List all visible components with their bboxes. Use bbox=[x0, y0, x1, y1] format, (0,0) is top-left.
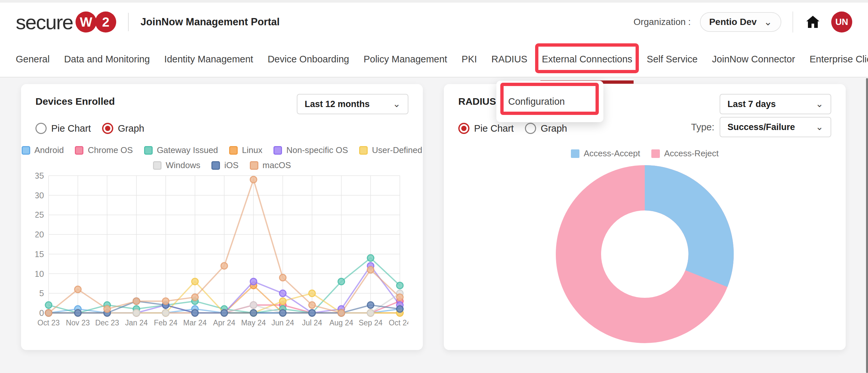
radius-type-select[interactable]: Success/Failure ⌄ bbox=[720, 117, 831, 137]
logo-circle-2: 2 bbox=[95, 11, 116, 32]
nav-item-device-onboarding[interactable]: Device Onboarding bbox=[268, 54, 349, 65]
line-chart-legend-row2: WindowsiOSmacOS bbox=[21, 160, 423, 170]
organization-value: Pentio Dev bbox=[709, 17, 757, 27]
svg-text:Apr 24: Apr 24 bbox=[213, 318, 236, 327]
pie-chart-radio[interactable] bbox=[458, 123, 469, 134]
graph-radio[interactable] bbox=[525, 123, 536, 134]
pie-chart-radio-label: Pie Chart bbox=[51, 123, 91, 134]
devices-enrolled-card: Devices Enrolled Last 12 months ⌄ Pie Ch… bbox=[21, 84, 423, 350]
svg-text:May 24: May 24 bbox=[241, 318, 266, 327]
chevron-down-icon: ⌄ bbox=[816, 124, 823, 130]
legend-label: iOS bbox=[224, 160, 238, 170]
legend-swatch bbox=[75, 146, 83, 155]
legend-label: Non-specific OS bbox=[286, 145, 348, 155]
avatar[interactable]: UN bbox=[831, 11, 852, 32]
type-label: Type: bbox=[691, 122, 714, 133]
donut-chart-area bbox=[444, 162, 846, 346]
svg-text:Jul 24: Jul 24 bbox=[302, 318, 322, 327]
svg-text:25: 25 bbox=[35, 210, 44, 220]
legend-item-chrome-os[interactable]: Chrome OS bbox=[75, 145, 133, 155]
legend-item-linux[interactable]: Linux bbox=[229, 145, 262, 155]
legend-item-user-defined[interactable]: User-Defined bbox=[359, 145, 422, 155]
nav-item-policy-management[interactable]: Policy Management bbox=[364, 54, 447, 65]
nav-item-enterprise-client[interactable]: Enterprise Client bbox=[810, 54, 868, 65]
annotation-box-external-connections bbox=[535, 43, 639, 73]
svg-text:Sep 24: Sep 24 bbox=[359, 318, 382, 327]
home-icon bbox=[805, 14, 821, 30]
legend-label: Linux bbox=[242, 145, 262, 155]
svg-text:Dec 23: Dec 23 bbox=[95, 318, 119, 327]
securew2-logo: secure W 2 bbox=[16, 10, 116, 34]
radius-card: RADIUS A Last 7 days ⌄ Type: Success/Fai… bbox=[444, 84, 846, 350]
legend-item-gateway-issued[interactable]: Gateway Issued bbox=[144, 145, 218, 155]
nav-item-radius[interactable]: RADIUS bbox=[491, 54, 528, 65]
organization-label: Organization : bbox=[633, 17, 691, 27]
app-header: secure W 2 JoinNow Management Portal Org… bbox=[0, 3, 868, 41]
legend-label: Windows bbox=[166, 160, 200, 170]
nav-item-joinnow-connector[interactable]: JoinNow Connector bbox=[712, 54, 795, 65]
legend-item-windows[interactable]: Windows bbox=[153, 160, 200, 170]
legend-item-access-reject[interactable]: Access-Reject bbox=[651, 148, 719, 159]
legend-label: Android bbox=[34, 145, 64, 155]
nav-item-identity-management[interactable]: Identity Management bbox=[164, 54, 253, 65]
portal-title: JoinNow Management Portal bbox=[141, 16, 280, 28]
top-strip bbox=[0, 0, 868, 3]
legend-item-macos[interactable]: macOS bbox=[250, 160, 291, 170]
nav-item-external-connections[interactable]: External Connections bbox=[542, 54, 632, 65]
devices-range-select[interactable]: Last 12 months ⌄ bbox=[297, 94, 408, 114]
legend-swatch bbox=[153, 161, 161, 170]
svg-text:30: 30 bbox=[35, 190, 44, 200]
svg-text:Jun 24: Jun 24 bbox=[272, 318, 294, 327]
header-divider bbox=[793, 11, 793, 32]
legend-item-ios[interactable]: iOS bbox=[211, 160, 238, 170]
legend-label: Chrome OS bbox=[88, 145, 133, 155]
legend-label: User-Defined bbox=[372, 145, 422, 155]
nav-item-self-service[interactable]: Self Service bbox=[647, 54, 698, 65]
nav-item-data-and-monitoring[interactable]: Data and Monitoring bbox=[64, 54, 150, 65]
legend-label: macOS bbox=[262, 160, 291, 170]
pie-chart-radio[interactable] bbox=[35, 123, 46, 134]
svg-text:Nov 23: Nov 23 bbox=[66, 318, 90, 327]
vertical-scrollbar[interactable] bbox=[866, 78, 868, 373]
chevron-down-icon: ⌄ bbox=[393, 101, 401, 107]
svg-text:15: 15 bbox=[35, 249, 44, 259]
logo-circle-w: W bbox=[75, 11, 96, 32]
legend-swatch bbox=[211, 161, 220, 170]
legend-item-non-specific-os[interactable]: Non-specific OS bbox=[274, 145, 348, 155]
svg-text:35: 35 bbox=[35, 171, 44, 181]
svg-text:Oct 24: Oct 24 bbox=[389, 318, 408, 327]
graph-radio-label: Graph bbox=[118, 123, 145, 134]
external-connections-dropdown: Configuration bbox=[496, 81, 603, 122]
svg-text:Mar 24: Mar 24 bbox=[183, 318, 207, 327]
organization-selector[interactable]: Pentio Dev ⌄ bbox=[700, 12, 781, 32]
legend-swatch bbox=[651, 149, 660, 158]
logo-text: secure bbox=[16, 10, 73, 34]
legend-label: Access-Accept bbox=[584, 148, 640, 159]
legend-swatch bbox=[359, 146, 368, 155]
legend-label: Gateway Issued bbox=[157, 145, 218, 155]
radius-range-select[interactable]: Last 7 days ⌄ bbox=[720, 94, 831, 114]
home-button[interactable] bbox=[804, 13, 822, 31]
legend-label: Access-Reject bbox=[664, 148, 719, 159]
nav-item-general[interactable]: General bbox=[16, 54, 50, 65]
chevron-down-icon: ⌄ bbox=[816, 101, 823, 107]
svg-text:Feb 24: Feb 24 bbox=[154, 318, 178, 327]
legend-swatch bbox=[229, 146, 238, 155]
graph-radio[interactable] bbox=[102, 123, 113, 134]
menu-item-configuration[interactable]: Configuration bbox=[508, 81, 565, 122]
legend-item-android[interactable]: Android bbox=[22, 145, 64, 155]
header-divider bbox=[128, 13, 129, 31]
line-chart-area: 05101520253035Oct 23Nov 23Dec 23Jan 24Fe… bbox=[35, 171, 408, 336]
radius-range-value: Last 7 days bbox=[727, 99, 776, 109]
legend-item-access-accept[interactable]: Access-Accept bbox=[571, 148, 640, 159]
line-chart-legend-row1: AndroidChrome OSGateway IssuedLinuxNon-s… bbox=[21, 145, 423, 155]
legend-swatch bbox=[22, 146, 30, 155]
donut-chart bbox=[553, 162, 737, 346]
pie-chart-radio-label: Pie Chart bbox=[474, 123, 514, 134]
radius-type-value: Success/Failure bbox=[727, 122, 795, 132]
svg-text:Aug 24: Aug 24 bbox=[329, 318, 353, 327]
legend-swatch bbox=[144, 146, 153, 155]
nav-item-pki[interactable]: PKI bbox=[462, 54, 477, 65]
legend-swatch bbox=[571, 149, 580, 158]
card-title: Devices Enrolled bbox=[35, 96, 115, 107]
